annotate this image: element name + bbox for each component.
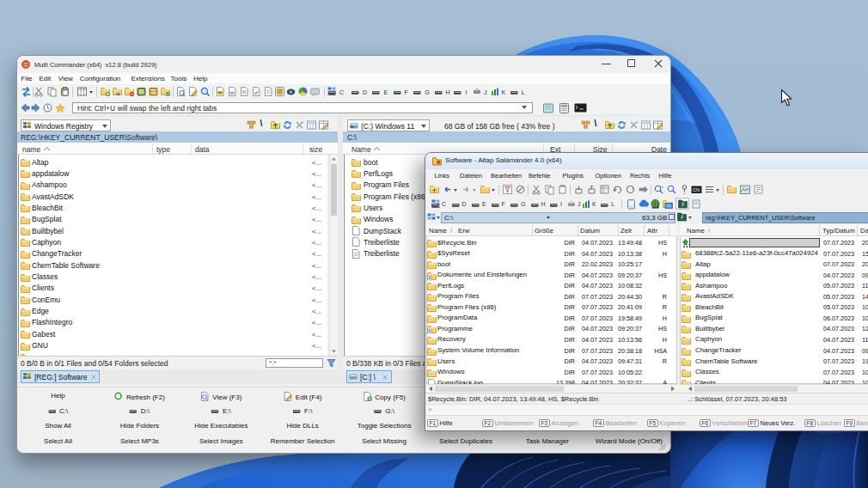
svg-text:kb: kb <box>218 91 222 95</box>
svg-text:FTP: FTP <box>652 205 657 209</box>
svg-text:CN: CN <box>693 187 700 192</box>
